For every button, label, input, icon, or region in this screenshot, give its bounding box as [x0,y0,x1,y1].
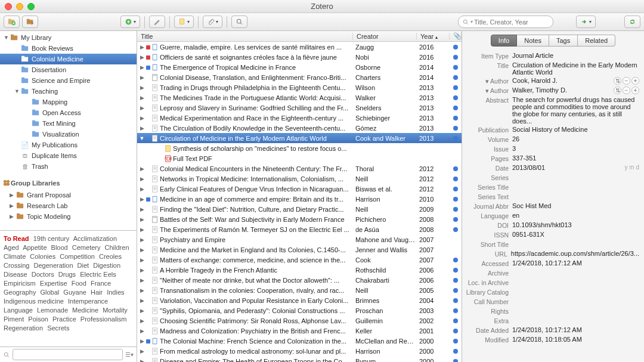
tag[interactable]: Drugs [58,271,76,278]
field-row[interactable]: PublicationSocial History of Medicine [465,125,639,135]
tag[interactable]: Intemperance [68,298,108,305]
field-row[interactable]: Series Text [465,192,639,202]
item-row[interactable]: ▶Guerre, maladie, empire. Les services d… [137,42,462,52]
field-row[interactable]: Short Title [465,240,639,249]
column-creator[interactable]: Creator [353,33,417,40]
swap-names-button[interactable]: ⇅ [614,77,621,85]
tag-filter-input[interactable] [13,349,123,360]
tag[interactable]: Poison [28,315,48,323]
remove-creator-button[interactable]: − [623,86,630,94]
field-row[interactable]: Call Number [465,297,639,307]
item-row[interactable]: ▶"Neither of meate nor drinke, but what … [137,275,462,285]
item-row[interactable]: ▶Matters of exchange: commerce, medicine… [137,255,462,265]
add-by-identifier-button[interactable] [149,16,165,28]
tag[interactable]: Expertise [40,280,67,287]
special-row[interactable]: 🗑Trash [0,161,137,172]
field-row[interactable]: DOI10.1093/shm/hkt013 [465,221,639,230]
field-value[interactable]: 1/24/2018, 10:17:12 AM [512,259,639,267]
item-row[interactable]: ▶Battles of the Self: War and Subjectivi… [137,214,462,224]
field-row[interactable]: Extra [465,316,639,326]
field-row[interactable]: Volume26 [465,135,639,144]
tag[interactable]: Creoles [99,253,122,260]
collection-row[interactable]: Text Mining [0,118,137,129]
item-row[interactable]: ▶Medicine in an age of commerce and empi… [137,194,462,204]
field-value[interactable]: https://academic.oup.com/shm/article/26/… [511,250,639,257]
field-value[interactable]: The search for powerful drugs has caused… [512,96,639,125]
window-zoom-button[interactable] [27,3,35,10]
field-value[interactable]: 1/24/2018, 10:17:12 AM [512,326,639,333]
field-value[interactable]: 3 [512,145,639,152]
item-row[interactable]: ▶"Syphilis, Opiomania, and Pederasty": C… [137,305,462,315]
field-value[interactable]: Social History of Medicine [512,126,639,133]
add-creator-button[interactable]: + [631,86,639,94]
window-minimize-button[interactable] [16,3,23,10]
field-row[interactable]: Loc. in Archive [465,278,639,287]
tab-info[interactable]: Info [491,35,517,47]
field-row[interactable]: ▾ AuthorWalker, Timothy D.⇅−+ [465,86,639,95]
collection-row[interactable]: Open Access [0,107,137,118]
tag[interactable]: Secrets [47,324,69,332]
remove-creator-button[interactable]: − [623,77,630,85]
collection-row[interactable]: ▼Teaching [0,86,137,97]
item-row[interactable]: ▶Variolation, Vaccination and Popular Re… [137,295,462,305]
locate-button[interactable]: ▾ [576,16,596,28]
tag[interactable]: Colonies [30,253,55,260]
item-row[interactable]: ▶Disease and Empire: The Health of Europ… [137,356,462,362]
item-row[interactable]: ▶Colonial Disease, Translation, and Enli… [137,72,462,82]
tag[interactable]: Aged [4,244,19,251]
field-row[interactable]: Accessed1/24/2018, 10:17:12 AM [465,259,639,268]
tag[interactable]: Guyane [63,289,86,296]
field-row[interactable]: ▾ AuthorCook, Harold J.⇅−+ [465,76,639,86]
field-value[interactable]: Circulation of Medicine in the Early Mod… [512,61,639,76]
add-creator-button[interactable]: + [631,77,639,85]
field-row[interactable]: Item TypeJournal Article [465,51,639,61]
group-row[interactable]: ▶Topic Modeling [0,211,137,222]
field-value[interactable]: 1/24/2018, 10:18:05 AM [512,336,639,343]
tag[interactable]: Indies [107,289,124,296]
collection-row[interactable]: Dissertation [0,64,137,75]
item-row[interactable]: ▶A Horrible Tragedy in the French Atlant… [137,265,462,275]
window-close-button[interactable] [5,3,12,10]
field-row[interactable]: AbstractThe search for powerful drugs ha… [465,95,639,125]
tag[interactable]: Geography [4,289,36,296]
tag[interactable]: Diet [78,262,89,269]
advanced-search-button[interactable] [231,16,247,28]
tag[interactable]: To Read [4,235,29,242]
tag[interactable]: Electric Eels [80,271,116,278]
tag[interactable]: Digestion [93,262,120,269]
tag[interactable]: Medicine [72,307,98,314]
tag[interactable]: Degeneration [33,262,73,269]
item-row[interactable]: ▶Finding the "Ideal Diet": Nutrition, Cu… [137,204,462,214]
sync-button[interactable] [624,16,640,28]
tag[interactable]: 19th century [33,235,70,242]
tag[interactable]: Doctors [32,271,54,278]
library-root[interactable]: ▼ My Library [0,32,137,43]
tag-options-button[interactable]: ☰▾ [125,351,134,358]
group-row[interactable]: ▶Grant Proposal [0,190,137,200]
collection-row[interactable]: Science and Empire [0,75,137,86]
item-row[interactable]: ▼Circulation of Medicine in the Early Mo… [137,133,462,143]
item-row[interactable]: ▶From medical astrology to medical astro… [137,346,462,356]
field-value[interactable]: 2013/08/01y m d [512,164,639,171]
item-row[interactable]: ▶The Medicines Trade in the Portuguese A… [137,92,462,103]
item-row[interactable]: ▶Madness and Colonization: Psychiatry in… [137,326,462,336]
quick-search-input[interactable] [474,18,549,26]
item-row[interactable]: ▶The Colonial Machine: French Science an… [137,336,462,346]
tag[interactable]: France [91,280,111,287]
field-value[interactable]: en [512,212,639,219]
item-row[interactable]: ▶Transnationalism in the colonies: Coope… [137,285,462,295]
tab-notes[interactable]: Notes [517,35,549,47]
tag[interactable]: Professionalism [80,315,127,323]
item-row[interactable]: ▶The Experiments of Ramón M. Termeyer SJ… [137,224,462,234]
tag[interactable]: Children [105,244,129,251]
tag[interactable]: Mortality [103,307,128,314]
tag[interactable]: Piment [4,315,24,323]
column-attachment[interactable]: 📎 [450,32,462,40]
group-row[interactable]: ▶Research Lab [0,200,137,211]
column-title[interactable]: Title [137,33,353,40]
item-row[interactable]: ▶Choosing Scientific Patrimony: Sir Rona… [137,315,462,326]
item-row[interactable]: ▶Medical Experimentation and Race in the… [137,113,462,123]
item-row[interactable]: ▶Psychiatry and EmpireMahone and Vaughan… [137,234,462,245]
field-row[interactable]: Library Catalog [465,287,639,297]
item-row[interactable]: ▶Networks in Tropical Medicine: Internat… [137,174,462,184]
